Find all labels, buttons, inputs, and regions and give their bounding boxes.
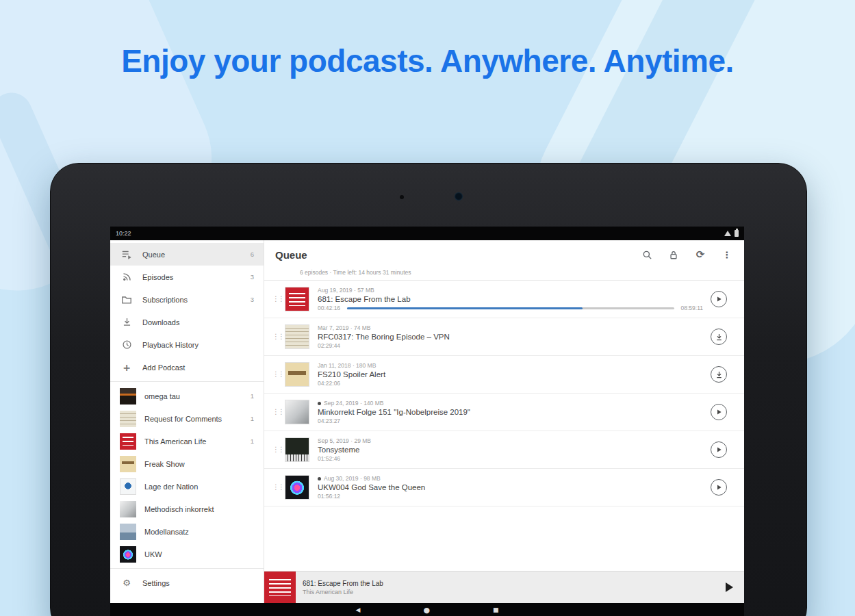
- sidebar-item-subscriptions[interactable]: Subscriptions 3: [110, 288, 264, 311]
- episode-title: UKW004 God Save the Queen: [318, 483, 703, 491]
- episode-meta: Sep 5, 2019 · 29 MB Tonsysteme 01:52:46: [318, 437, 703, 462]
- queue-lock-button[interactable]: [666, 247, 681, 262]
- episode-artwork: [285, 437, 309, 462]
- episode-date-label: Jan 11, 2018 · 180 MB: [318, 362, 376, 369]
- sensor-dot: [400, 195, 404, 199]
- podcast-artwork: [120, 501, 136, 517]
- episode-date-label: Mar 7, 2019 · 74 MB: [318, 324, 370, 331]
- sidebar-item-downloads[interactable]: Downloads: [110, 311, 264, 333]
- episode-date: Mar 7, 2019 · 74 MB: [318, 324, 703, 331]
- sidebar-item-add-podcast[interactable]: + Add Podcast: [110, 356, 264, 378]
- progress-fill: [347, 307, 583, 309]
- drag-handle-icon[interactable]: ⋮⋮: [272, 484, 282, 491]
- sidebar-item-label: Subscriptions: [142, 296, 245, 304]
- drag-handle-icon[interactable]: ⋮⋮: [272, 446, 282, 453]
- podcast-artwork: [120, 524, 136, 540]
- episode-meta: Sep 24, 2019 · 140 MB Minkorrekt Folge 1…: [318, 400, 703, 424]
- episode-row[interactable]: ⋮⋮ Jan 11, 2018 · 180 MB FS210 Spoiler A…: [264, 356, 744, 394]
- wifi-icon: [724, 231, 731, 236]
- episode-duration: 02:29:44: [318, 342, 703, 349]
- feed-icon: [120, 272, 133, 282]
- position-label: 00:42:16: [318, 305, 340, 311]
- now-playing-podcast: This American Life: [303, 589, 383, 595]
- episode-title: 681: Escape From the Lab: [318, 295, 703, 303]
- podcast-artwork: [120, 433, 136, 450]
- sidebar-item-settings[interactable]: ⚙ Settings: [110, 572, 264, 594]
- home-button[interactable]: ●: [423, 606, 430, 614]
- recents-button[interactable]: ■: [493, 607, 499, 613]
- episode-row[interactable]: ⋮⋮ Aug 19, 2019 · 57 MB 681: Escape From…: [264, 281, 744, 318]
- overflow-menu-button[interactable]: ⋮: [719, 247, 735, 262]
- drag-handle-icon[interactable]: ⋮⋮: [272, 371, 282, 378]
- episode-date-label: Sep 5, 2019 · 29 MB: [318, 437, 371, 444]
- episode-date: Sep 24, 2019 · 140 MB: [318, 400, 703, 407]
- sidebar-podcast-modellansatz[interactable]: Modellansatz: [110, 520, 264, 543]
- play-button[interactable]: [711, 479, 727, 496]
- gear-icon: ⚙: [120, 578, 133, 588]
- now-playing-info: 681: Escape From the Lab This American L…: [296, 580, 383, 595]
- sidebar-item-playback-history[interactable]: Playback History: [110, 333, 264, 356]
- episode-duration: 04:23:27: [318, 418, 703, 424]
- history-icon: [120, 339, 133, 350]
- search-button[interactable]: [639, 247, 654, 262]
- download-icon: [120, 317, 133, 327]
- episode-row[interactable]: ⋮⋮ Sep 24, 2019 · 140 MB Minkorrekt Folg…: [264, 394, 744, 431]
- download-button[interactable]: [711, 366, 727, 383]
- hero-title: Enjoy your podcasts. Anywhere. Anytime.: [0, 42, 855, 79]
- progress-bar[interactable]: [347, 307, 674, 309]
- sidebar-podcast-methodisch-inkorrekt[interactable]: Methodisch inkorrekt: [110, 498, 264, 520]
- episode-date-label: Aug 30, 2019 · 98 MB: [324, 475, 381, 482]
- play-button[interactable]: [711, 404, 727, 420]
- podcast-artwork: [120, 411, 136, 427]
- drawer-divider: [110, 381, 264, 382]
- sidebar-podcast-freak-show[interactable]: Freak Show: [110, 452, 264, 475]
- episode-duration: 01:56:12: [318, 493, 703, 500]
- android-nav-bar: ◀ ● ■: [110, 603, 744, 616]
- episode-row[interactable]: ⋮⋮ Aug 30, 2019 · 98 MB UKW004 God Save …: [264, 469, 744, 506]
- drag-handle-icon[interactable]: ⋮⋮: [272, 409, 282, 415]
- tablet-device: 10:22 Queue 6: [50, 163, 807, 616]
- drag-handle-icon[interactable]: ⋮⋮: [272, 333, 282, 340]
- sidebar-item-label: Episodes: [142, 273, 245, 281]
- sidebar-podcast-ukw[interactable]: UKW: [110, 543, 264, 565]
- sidebar-item-label: Settings: [142, 579, 254, 587]
- episode-duration: 01:52:46: [318, 455, 703, 462]
- episode-row[interactable]: ⋮⋮ Mar 7, 2019 · 74 MB RFC0317: The Bori…: [264, 318, 744, 356]
- sidebar-podcast-lage-der-nation[interactable]: Lage der Nation: [110, 475, 264, 498]
- app-window: Queue 6 Episodes 3 Subscriptions 3: [110, 240, 744, 603]
- episode-duration: 04:22:06: [318, 380, 703, 387]
- episode-meta: Aug 19, 2019 · 57 MB 681: Escape From th…: [318, 287, 703, 311]
- podcast-label: Freak Show: [144, 460, 248, 468]
- sidebar-item-label: Queue: [142, 251, 245, 259]
- drag-handle-icon[interactable]: ⋮⋮: [272, 296, 282, 303]
- sidebar-podcast-this-american-life[interactable]: This American Life 1: [110, 430, 264, 452]
- folder-icon: [120, 294, 133, 305]
- episode-row[interactable]: ⋮⋮ Sep 5, 2019 · 29 MB Tonsysteme 01:52:…: [264, 431, 744, 469]
- mini-play-button[interactable]: [726, 582, 733, 592]
- play-button[interactable]: [711, 441, 727, 458]
- front-camera: [455, 192, 463, 201]
- refresh-button[interactable]: ⟳: [693, 247, 708, 262]
- play-button[interactable]: [711, 291, 727, 307]
- podcast-label: Lage der Nation: [144, 483, 248, 491]
- podcast-label: This American Life: [144, 437, 245, 446]
- sidebar-item-queue[interactable]: Queue 6: [110, 243, 264, 266]
- episode-artwork: [285, 475, 309, 500]
- sidebar-item-label: Playback History: [142, 341, 248, 349]
- episode-meta: Aug 30, 2019 · 98 MB UKW004 God Save the…: [318, 475, 703, 500]
- sidebar-podcast-omega-tau[interactable]: omega tau 1: [110, 385, 264, 407]
- main-content: Queue ⟳ ⋮ 6 episodes · Time left: 14 hou…: [264, 240, 744, 603]
- sidebar-podcast-request-for-comments[interactable]: Request for Comments 1: [110, 407, 264, 430]
- queue-summary: 6 episodes · Time left: 14 hours 31 minu…: [264, 269, 744, 281]
- sidebar-item-label: Add Podcast: [142, 363, 248, 372]
- podcast-count: 1: [251, 437, 254, 445]
- episode-date-label: Aug 19, 2019 · 57 MB: [318, 287, 374, 294]
- download-button[interactable]: [711, 329, 727, 345]
- back-button[interactable]: ◀: [355, 607, 360, 613]
- queue-icon: [120, 249, 133, 260]
- podcast-label: Modellansatz: [144, 528, 248, 536]
- podcast-label: Request for Comments: [144, 415, 245, 423]
- sidebar-item-episodes[interactable]: Episodes 3: [110, 266, 264, 288]
- mini-player[interactable]: 681: Escape From the Lab This American L…: [264, 571, 744, 603]
- status-bar: 10:22: [110, 227, 744, 240]
